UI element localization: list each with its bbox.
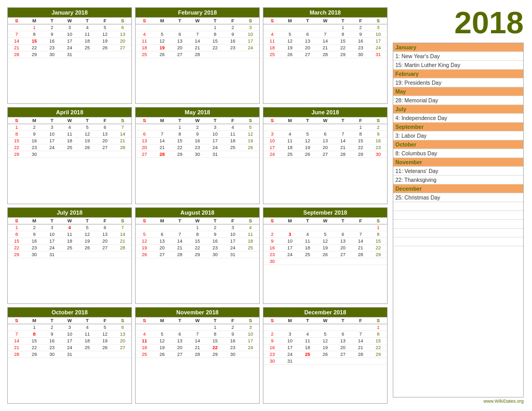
day-cell: 2 bbox=[189, 124, 206, 131]
day-cell: 6 bbox=[299, 31, 316, 38]
day-cell: 6 bbox=[96, 124, 114, 131]
day-cell bbox=[136, 124, 153, 131]
july-grid: SMTWTFS 1234567 891011121314 15161718192… bbox=[8, 217, 131, 258]
day-cell bbox=[171, 224, 189, 231]
day-cell bbox=[43, 151, 61, 158]
day-cell: 7 bbox=[189, 331, 206, 338]
day-cell: 15 bbox=[369, 338, 387, 344]
calendar-april: April 2018 SMTWTFS 1234567 891011121314 … bbox=[7, 107, 132, 204]
empty-row bbox=[393, 220, 523, 229]
col-wed: W bbox=[316, 317, 334, 324]
day-cell: 4 bbox=[136, 31, 153, 38]
day-cell: 18 bbox=[61, 138, 78, 144]
day-cell: 21 bbox=[189, 45, 206, 51]
day-cell bbox=[352, 324, 369, 331]
day-cell: 1 bbox=[25, 24, 43, 31]
day-cell: 30 bbox=[263, 358, 281, 365]
calendar-september: September 2018 SMTWTFS 1 2345678 9101112… bbox=[263, 207, 388, 304]
day-cell: 27 bbox=[334, 351, 352, 358]
day-cell: 31 bbox=[369, 51, 387, 58]
day-cell: 2 bbox=[352, 24, 369, 31]
day-cell: 7 bbox=[316, 31, 334, 38]
day-cell bbox=[281, 324, 299, 331]
day-cell bbox=[153, 224, 171, 231]
day-cell: 9 bbox=[263, 238, 281, 245]
day-cell: 28 bbox=[114, 245, 131, 251]
day-cell: 3 bbox=[281, 231, 299, 238]
day-cell: 9 bbox=[43, 331, 61, 338]
day-cell: 17 bbox=[263, 144, 281, 151]
day-cell: 10 bbox=[61, 331, 78, 338]
day-cell: 8 bbox=[206, 331, 224, 338]
day-cell bbox=[242, 251, 259, 258]
day-cell: 5 bbox=[78, 224, 96, 231]
calendars-grid: January 2018 SMTWTFS 123456 78910111213 … bbox=[5, 5, 390, 406]
holiday-item: 11: Veterans' Day bbox=[393, 167, 523, 176]
day-cell: 16 bbox=[352, 38, 369, 45]
day-cell: 1 bbox=[206, 24, 224, 31]
day-cell: 20 bbox=[153, 245, 171, 251]
col-thu: T bbox=[78, 18, 96, 24]
col-mon: M bbox=[281, 117, 299, 124]
day-cell: 22 bbox=[206, 45, 224, 51]
day-cell: 8 bbox=[352, 131, 369, 138]
day-cell: 31 bbox=[43, 251, 61, 258]
day-cell: 26 bbox=[281, 51, 299, 58]
day-cell: 4 bbox=[136, 331, 153, 338]
day-cell: 6 bbox=[334, 331, 352, 338]
day-cell: 22 bbox=[25, 45, 43, 51]
col-sat: S bbox=[242, 117, 259, 124]
day-cell bbox=[334, 324, 352, 331]
day-cell bbox=[352, 258, 369, 265]
september-grid: SMTWTFS 1 2345678 9101112131415 16171819… bbox=[263, 217, 387, 265]
month-label-november: November bbox=[393, 158, 523, 167]
day-cell bbox=[281, 258, 299, 265]
day-cell: 8 bbox=[334, 31, 352, 38]
april-header: April 2018 bbox=[8, 108, 131, 117]
day-cell: 26 bbox=[153, 351, 171, 358]
day-cell: 22 bbox=[206, 344, 224, 351]
day-cell bbox=[206, 51, 224, 58]
col-wed: W bbox=[189, 18, 206, 24]
day-cell bbox=[96, 51, 114, 58]
day-cell: 18 bbox=[61, 238, 78, 245]
day-cell: 7 bbox=[352, 231, 369, 238]
col-fri: F bbox=[224, 317, 242, 324]
day-cell: 24 bbox=[61, 344, 78, 351]
col-mon: M bbox=[25, 117, 43, 124]
holidays-table: January 1: New Year's Day 15: Martin Lut… bbox=[393, 43, 524, 397]
day-cell bbox=[281, 24, 299, 31]
col-sat: S bbox=[369, 117, 387, 124]
day-cell: 14 bbox=[8, 38, 25, 45]
day-cell: 9 bbox=[206, 231, 224, 238]
day-cell: 14 bbox=[8, 338, 25, 344]
day-cell: 11 bbox=[299, 238, 316, 245]
day-cell: 13 bbox=[171, 338, 189, 344]
day-cell: 17 bbox=[281, 245, 299, 251]
col-tue: T bbox=[171, 317, 189, 324]
col-fri: F bbox=[96, 317, 114, 324]
may-grid: SMTWTFS 12345 6789101112 13141516171819 … bbox=[136, 117, 259, 158]
day-cell: 18 bbox=[263, 45, 281, 51]
day-cell: 14 bbox=[352, 238, 369, 245]
day-cell: 26 bbox=[136, 251, 153, 258]
day-cell bbox=[136, 224, 153, 231]
october-grid: SMTWTFS 123456 78910111213 1415161718192… bbox=[8, 317, 131, 358]
month-label-september: September bbox=[393, 123, 523, 131]
calendar-march: March 2018 SMTWTFS 123 45678910 11121314… bbox=[263, 7, 388, 104]
col-tue: T bbox=[43, 317, 61, 324]
day-cell: 16 bbox=[224, 38, 242, 45]
day-cell: 16 bbox=[189, 138, 206, 144]
day-cell: 28 bbox=[334, 151, 352, 158]
day-cell: 14 bbox=[153, 138, 171, 144]
day-cell: 7 bbox=[334, 131, 352, 138]
col-mon: M bbox=[153, 317, 171, 324]
day-cell bbox=[316, 24, 334, 31]
june-grid: SMTWTFS 12 3456789 10111213141516 171819… bbox=[263, 117, 387, 158]
day-cell: 30 bbox=[25, 251, 43, 258]
day-cell: 15 bbox=[25, 338, 43, 344]
holiday-item: 1: New Year's Day bbox=[393, 52, 523, 61]
day-cell: 12 bbox=[316, 338, 334, 344]
day-cell: 30 bbox=[189, 151, 206, 158]
day-cell: 26 bbox=[96, 45, 114, 51]
